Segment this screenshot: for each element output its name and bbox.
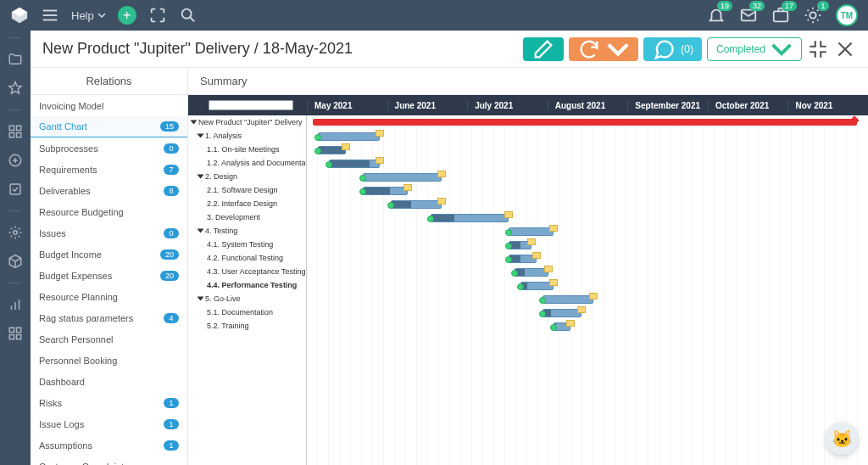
comments-button[interactable]: (0) bbox=[643, 37, 702, 61]
sidebar-item[interactable]: Resource Planning bbox=[31, 286, 187, 307]
rail-gear-icon[interactable] bbox=[8, 225, 23, 240]
gantt-bar[interactable] bbox=[509, 227, 554, 236]
gantt-bar[interactable] bbox=[542, 295, 593, 304]
content-tab-summary[interactable]: Summary bbox=[188, 68, 868, 95]
bar-end-flag-icon bbox=[577, 306, 586, 313]
sidebar-item[interactable]: Invoicing Model bbox=[31, 95, 187, 116]
brightness-icon[interactable]: 1 bbox=[804, 6, 822, 25]
sidebar-item-label: Customer Complaints bbox=[39, 462, 129, 466]
svg-rect-10 bbox=[9, 126, 14, 130]
gantt-task-row[interactable]: 4.3. User Acceptance Testing bbox=[188, 265, 306, 278]
sidebar-item[interactable]: Personnel Booking bbox=[31, 350, 187, 371]
rail-folder-icon[interactable] bbox=[8, 52, 23, 67]
status-dropdown[interactable]: Completed bbox=[707, 37, 802, 61]
gantt-task-row[interactable]: 5.2. Training bbox=[188, 319, 306, 333]
sidebar-item[interactable]: Requirements7 bbox=[31, 159, 187, 180]
gantt-task-row[interactable]: 4.4. Performance Testing bbox=[188, 278, 306, 292]
sidebar-item[interactable]: Issue Logs1 bbox=[31, 413, 187, 434]
briefcase-icon[interactable]: 17 bbox=[771, 6, 790, 25]
main-area: New Product "Jupiter" Delivery / 18-May-… bbox=[31, 31, 868, 465]
gantt-bar[interactable] bbox=[542, 309, 581, 317]
rail-apps-icon[interactable] bbox=[8, 124, 23, 139]
bar-end-flag-icon bbox=[544, 266, 553, 272]
gantt-task-row[interactable]: 2.1. Software Design bbox=[188, 183, 306, 197]
expand-caret-icon[interactable] bbox=[198, 229, 204, 233]
gantt-bar[interactable] bbox=[329, 160, 380, 168]
svg-rect-11 bbox=[17, 126, 21, 130]
expand-caret-icon[interactable] bbox=[198, 297, 204, 301]
app-logo[interactable] bbox=[10, 6, 29, 25]
bar-end-flag-icon bbox=[532, 252, 541, 259]
gantt-task-row[interactable]: 3. Development bbox=[188, 210, 306, 224]
gantt-bar[interactable] bbox=[313, 119, 857, 126]
gantt-task-row[interactable]: 1.1. On-site Meetings bbox=[188, 143, 306, 156]
gantt-bar[interactable] bbox=[520, 282, 554, 290]
gantt-task-row[interactable]: 4. Testing bbox=[188, 224, 306, 238]
rail-box-icon[interactable] bbox=[8, 254, 23, 269]
gantt-bar[interactable] bbox=[509, 241, 531, 249]
sidebar-item[interactable]: Issues0 bbox=[31, 222, 187, 244]
expand-caret-icon[interactable] bbox=[191, 120, 198, 125]
sidebar-item[interactable]: Subprocesses0 bbox=[31, 137, 187, 159]
gantt-bar[interactable] bbox=[509, 255, 537, 263]
bar-end-flag-icon bbox=[527, 238, 536, 245]
gantt-bar[interactable] bbox=[318, 132, 380, 141]
sidebar-item[interactable]: Dashboard bbox=[31, 371, 187, 392]
close-icon[interactable] bbox=[834, 38, 856, 60]
sidebar-item[interactable]: Budget Expenses20 bbox=[31, 265, 187, 286]
briefcase-badge: 17 bbox=[782, 1, 797, 11]
sidebar-item[interactable]: Budget Income20 bbox=[31, 244, 187, 265]
refresh-button[interactable] bbox=[569, 37, 638, 61]
left-rail bbox=[0, 31, 31, 465]
gantt-task-row[interactable]: 1.2. Analysis and Documentat.. bbox=[188, 156, 306, 170]
sidebar-item-label: Budget Income bbox=[39, 249, 102, 260]
gantt-task-label: 5.2. Training bbox=[207, 322, 249, 330]
expand-caret-icon[interactable] bbox=[198, 134, 204, 138]
gantt-task-row[interactable]: 4.1. System Testing bbox=[188, 238, 306, 251]
gantt-task-row[interactable]: 1. Analysis bbox=[188, 129, 306, 143]
menu-icon[interactable] bbox=[41, 6, 59, 25]
gantt-bar[interactable] bbox=[318, 146, 346, 154]
sidebar-item[interactable]: Deliverables8 bbox=[31, 180, 187, 201]
sidebar-item-count: 0 bbox=[164, 143, 179, 154]
gantt-task-row[interactable]: 5.1. Documentation bbox=[188, 305, 306, 319]
gantt-task-row[interactable]: 5. Go-Live bbox=[188, 292, 306, 305]
gantt-bar[interactable] bbox=[363, 173, 442, 182]
sidebar-item[interactable]: Resource Budgeting bbox=[31, 201, 187, 222]
rail-grid-icon[interactable] bbox=[8, 326, 23, 341]
fullscreen-icon[interactable] bbox=[148, 6, 167, 25]
bar-start-marker bbox=[505, 229, 512, 236]
add-button[interactable]: + bbox=[118, 6, 136, 25]
rail-add-icon[interactable] bbox=[8, 153, 23, 168]
gantt-task-row[interactable]: New Product "Jupiter" Delivery bbox=[188, 115, 306, 129]
rail-star-icon[interactable] bbox=[8, 81, 23, 96]
gantt-chart-area[interactable] bbox=[307, 115, 868, 465]
sidebar-item[interactable]: Risks1 bbox=[31, 392, 187, 413]
sidebar-item[interactable]: Search Personnel bbox=[31, 328, 187, 350]
gantt-task-row[interactable]: 4.2. Functional Testing bbox=[188, 251, 306, 265]
messages-icon[interactable]: 32 bbox=[739, 6, 758, 25]
sidebar-item[interactable]: Assumptions1 bbox=[31, 434, 187, 456]
gantt-bar[interactable] bbox=[554, 322, 570, 331]
gantt-bar[interactable] bbox=[363, 187, 408, 195]
gantt-bar[interactable] bbox=[431, 214, 509, 222]
rail-check-icon[interactable] bbox=[8, 182, 23, 197]
sidebar-item[interactable]: Gantt Chart15 bbox=[31, 116, 187, 137]
sidebar-item[interactable]: Rag status parameters4 bbox=[31, 307, 187, 328]
help-menu[interactable]: Help bbox=[71, 9, 106, 22]
gantt-task-row[interactable]: 2. Design bbox=[188, 170, 306, 183]
collapse-icon[interactable] bbox=[807, 38, 829, 60]
expand-caret-icon[interactable] bbox=[198, 175, 204, 179]
edit-button[interactable] bbox=[523, 37, 564, 61]
chat-widget[interactable]: 🐱 bbox=[826, 423, 858, 455]
gantt-task-row[interactable]: 2.2. Interface Design bbox=[188, 197, 306, 210]
gantt-bar-progress bbox=[364, 188, 390, 194]
gantt-bar[interactable] bbox=[515, 268, 548, 277]
sidebar-item[interactable]: Customer Complaints bbox=[31, 456, 187, 465]
bar-start-marker bbox=[427, 216, 434, 222]
notifications-icon[interactable]: 19 bbox=[707, 6, 726, 25]
user-avatar[interactable]: TM bbox=[836, 4, 858, 26]
search-icon[interactable] bbox=[179, 6, 198, 25]
rail-chart-icon[interactable] bbox=[8, 297, 23, 312]
gantt-bar[interactable] bbox=[391, 200, 442, 209]
